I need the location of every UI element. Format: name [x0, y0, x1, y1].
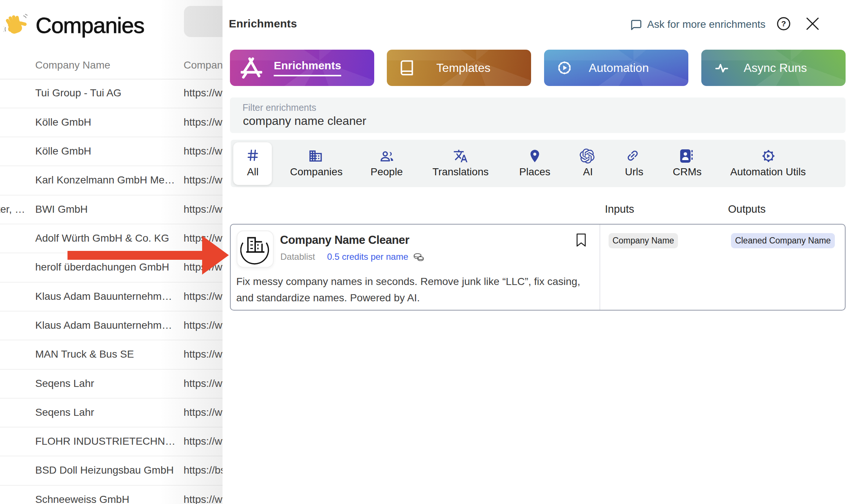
svg-text:?: ? — [781, 19, 786, 28]
